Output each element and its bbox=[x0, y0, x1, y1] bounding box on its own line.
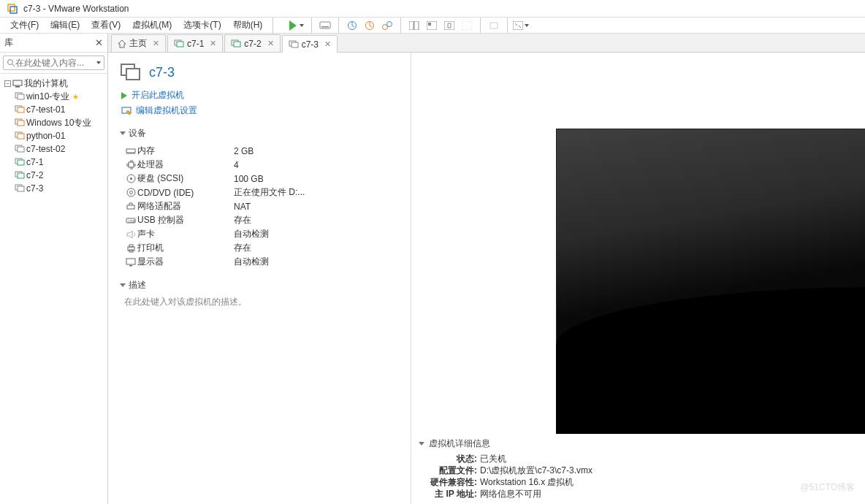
cpu-icon bbox=[124, 160, 137, 169]
tree-item[interactable]: c7-1 bbox=[1, 156, 106, 169]
device-row[interactable]: 声卡自动检测 bbox=[124, 227, 399, 241]
svg-rect-13 bbox=[462, 21, 472, 30]
stretch-icon[interactable] bbox=[485, 17, 503, 34]
separator bbox=[338, 18, 339, 34]
meta-row: 硬件兼容性:Workstation 16.x 虚拟机 bbox=[419, 476, 858, 488]
vm-icon bbox=[289, 40, 299, 49]
device-name: 内存 bbox=[137, 145, 234, 157]
snapshot-take-icon[interactable] bbox=[343, 17, 361, 34]
menu-file[interactable]: 文件(F) bbox=[4, 17, 45, 34]
section-devices[interactable]: 设备 bbox=[120, 127, 399, 140]
svg-text:USB: USB bbox=[128, 218, 136, 223]
device-name: USB 控制器 bbox=[137, 214, 234, 226]
svg-rect-37 bbox=[177, 42, 183, 47]
fullscreen-icon[interactable] bbox=[441, 17, 458, 34]
tab-vm[interactable]: c7-3✕ bbox=[282, 35, 338, 53]
collapse-icon[interactable]: − bbox=[4, 80, 11, 87]
power-on-button[interactable] bbox=[286, 17, 307, 34]
tree-item[interactable]: c7-2 bbox=[1, 169, 106, 182]
tree-item[interactable]: c7-3 bbox=[1, 182, 106, 195]
tree-item-label: c7-test-01 bbox=[26, 104, 65, 115]
vm-big-icon bbox=[120, 63, 142, 82]
device-row[interactable]: 硬盘 (SCSI)100 GB bbox=[124, 172, 399, 186]
svg-rect-1 bbox=[10, 7, 17, 13]
vm-screen-preview[interactable] bbox=[556, 129, 865, 434]
svg-rect-39 bbox=[234, 42, 240, 47]
menubar: 文件(F) 编辑(E) 查看(V) 虚拟机(M) 选项卡(T) 帮助(H) bbox=[0, 18, 865, 34]
device-row[interactable]: 处理器4 bbox=[124, 158, 399, 172]
vm-icon bbox=[174, 39, 184, 48]
tree-item[interactable]: c7-test-01 bbox=[1, 103, 106, 116]
close-icon[interactable]: ✕ bbox=[267, 39, 274, 48]
power-on-link[interactable]: 开启此虚拟机 bbox=[121, 89, 397, 102]
meta-label: 硬件兼容性: bbox=[419, 476, 477, 488]
chevron-down-icon[interactable] bbox=[96, 61, 101, 64]
tree-item-label: win10-专业 bbox=[26, 91, 69, 103]
tree-item[interactable]: c7-test-02 bbox=[1, 142, 106, 156]
device-value: 100 GB bbox=[234, 174, 264, 184]
snapshot-revert-icon[interactable] bbox=[361, 17, 378, 34]
device-row[interactable]: 网络适配器NAT bbox=[124, 199, 399, 213]
tab-vm[interactable]: c7-1✕ bbox=[167, 34, 223, 52]
section-description[interactable]: 描述 bbox=[120, 279, 399, 291]
close-icon[interactable]: ✕ bbox=[153, 39, 159, 48]
device-row[interactable]: CD/DVD (IDE)正在使用文件 D:... bbox=[124, 186, 399, 199]
menu-vm[interactable]: 虚拟机(M) bbox=[126, 17, 178, 34]
tab-label: c7-2 bbox=[244, 39, 261, 49]
svg-rect-0 bbox=[8, 4, 15, 11]
tree-item[interactable]: win10-专业★ bbox=[1, 90, 106, 103]
svg-rect-12 bbox=[444, 21, 454, 30]
snapshot-manager-icon[interactable] bbox=[378, 17, 396, 34]
tab-vm[interactable]: c7-2✕ bbox=[224, 34, 280, 52]
svg-rect-25 bbox=[18, 121, 24, 126]
search-input[interactable] bbox=[15, 58, 94, 68]
tree-item-label: Windows 10专业 bbox=[26, 117, 91, 129]
search-icon bbox=[7, 58, 15, 67]
device-name: 打印机 bbox=[137, 242, 234, 254]
tree-item[interactable]: Windows 10专业 bbox=[1, 116, 106, 129]
device-row[interactable]: 打印机存在 bbox=[124, 241, 399, 255]
svg-rect-55 bbox=[129, 245, 133, 247]
chevron-down-icon bbox=[120, 283, 126, 287]
tree-item-label: python-01 bbox=[26, 131, 65, 141]
menu-tabs[interactable]: 选项卡(T) bbox=[178, 17, 226, 34]
sidebar-close-icon[interactable]: ✕ bbox=[95, 37, 103, 48]
device-value: NAT bbox=[234, 202, 251, 212]
fit-guest-icon[interactable] bbox=[512, 17, 530, 34]
tree-root[interactable]: − 我的计算机 bbox=[1, 77, 106, 90]
close-icon[interactable]: ✕ bbox=[324, 39, 331, 49]
preview-pane: 虚拟机详细信息 状态:已关机配置文件:D:\虚拟机放置\c7-3\c7-3.vm… bbox=[411, 53, 865, 504]
menu-edit[interactable]: 编辑(E) bbox=[45, 17, 85, 34]
device-row[interactable]: USBUSB 控制器存在 bbox=[124, 213, 399, 227]
tab-home-label: 主页 bbox=[129, 37, 147, 50]
description-placeholder[interactable]: 在此处键入对该虚拟机的描述。 bbox=[124, 296, 399, 308]
svg-point-49 bbox=[127, 188, 135, 196]
layout-single-icon[interactable] bbox=[423, 17, 441, 34]
meta-header-label: 虚拟机详细信息 bbox=[429, 438, 490, 450]
send-ctrl-alt-del-icon[interactable] bbox=[316, 17, 334, 34]
meta-header[interactable]: 虚拟机详细信息 bbox=[419, 438, 858, 450]
menu-help[interactable]: 帮助(H) bbox=[227, 17, 269, 34]
svg-rect-46 bbox=[129, 162, 134, 167]
device-value: 4 bbox=[234, 160, 239, 170]
layout-thumbnail-icon[interactable] bbox=[405, 17, 423, 34]
close-icon[interactable]: ✕ bbox=[210, 39, 216, 48]
svg-rect-43 bbox=[126, 69, 140, 80]
search-box[interactable] bbox=[3, 56, 104, 70]
sound-icon bbox=[124, 230, 137, 239]
vm-icon bbox=[15, 171, 25, 180]
device-row[interactable]: 显示器自动检测 bbox=[124, 255, 399, 269]
separator bbox=[400, 18, 401, 34]
edit-settings-link[interactable]: 编辑虚拟机设置 bbox=[121, 104, 397, 117]
unity-icon[interactable] bbox=[458, 17, 476, 34]
meta-value: 网络信息不可用 bbox=[480, 488, 541, 500]
svg-rect-3 bbox=[321, 26, 329, 28]
edit-icon bbox=[121, 107, 132, 115]
tree-item-label: c7-1 bbox=[26, 157, 43, 167]
separator bbox=[480, 18, 481, 34]
tree-item[interactable]: python-01 bbox=[1, 129, 106, 142]
tab-home[interactable]: 主页 ✕ bbox=[111, 34, 166, 52]
svg-point-48 bbox=[130, 177, 132, 180]
device-row[interactable]: 内存2 GB bbox=[124, 144, 399, 158]
menu-view[interactable]: 查看(V) bbox=[85, 17, 126, 34]
